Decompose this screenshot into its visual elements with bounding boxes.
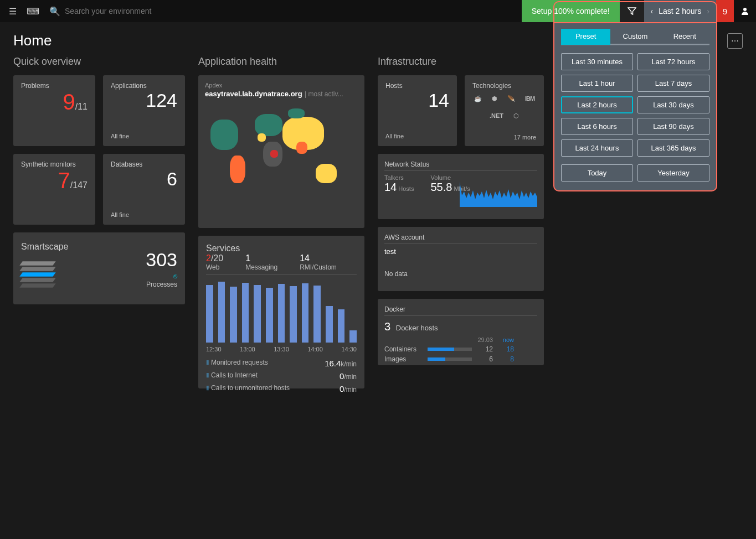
tech-more[interactable]: 17 more — [514, 134, 536, 141]
filter-button[interactable] — [620, 0, 644, 22]
topbar: ☰ ⌨ 🔍 Setup 100% complete! ‹ Last 2 hour… — [0, 0, 756, 22]
metric-calls-to-internet: ⫴Calls to Internet0/min — [206, 370, 357, 382]
tab-custom[interactable]: Custom — [610, 29, 660, 45]
user-menu[interactable] — [734, 0, 756, 22]
tab-recent[interactable]: Recent — [660, 29, 709, 45]
preset-last-2-hours[interactable]: Last 2 hours — [561, 96, 633, 113]
chart-bar — [349, 330, 357, 343]
tech-icons: ☕ ⬢ 🪶 IBM .NET ⬡ — [472, 95, 536, 120]
tile-apdex[interactable]: Apdex easytravel.lab.dynatrace.org | mos… — [198, 75, 364, 228]
tile-technologies[interactable]: Technologies ☕ ⬢ 🪶 IBM .NET ⬡ 17 more — [465, 75, 544, 146]
more-actions-button[interactable]: ⋯ — [727, 33, 743, 49]
svc-stat-messaging: 1Messaging — [245, 253, 277, 271]
services-xaxis: 12:3013:0013:3014:0014:30 — [206, 346, 357, 353]
ibm-icon: IBM — [525, 95, 534, 102]
docker-row-images: Images68 — [384, 355, 537, 363]
preset-grid: Last 30 minutesLast 72 hoursLast 1 hourL… — [561, 53, 709, 157]
preset-last-7-days[interactable]: Last 7 days — [637, 75, 709, 92]
chart-bar — [242, 283, 249, 343]
search-box[interactable]: 🔍 — [49, 6, 187, 17]
volume-value: 55.8 — [430, 181, 452, 193]
hosts-label: Hosts — [385, 82, 449, 90]
talkers-value: 14 — [384, 181, 397, 193]
timeframe-selector[interactable]: ‹ Last 2 hours › — [644, 0, 716, 22]
metric-monitored-requests: ⫴Monitored requests16.4k/min — [206, 357, 357, 370]
docker-rows: Containers1218Images68 — [384, 345, 537, 363]
chart-bar — [338, 309, 345, 343]
preset-last-90-days[interactable]: Last 90 days — [637, 118, 709, 135]
aws-nodata: No data — [384, 270, 537, 278]
apphealth-section-title: Application health — [198, 56, 364, 68]
applications-value: 124 — [111, 90, 177, 111]
nodejs-icon: ⬢ — [492, 95, 497, 102]
network-sparkline — [460, 176, 537, 207]
chevron-left-icon[interactable]: ‹ — [651, 7, 654, 15]
hosts-status: All fine — [385, 133, 404, 139]
docker-col-date: 29.03 — [476, 336, 493, 343]
preset-last-30-minutes[interactable]: Last 30 minutes — [561, 53, 633, 70]
tile-synthetic[interactable]: Synthetic monitors 7/147 — [13, 154, 95, 225]
synthetic-denom: /147 — [70, 180, 88, 190]
smartscape-link-icon[interactable]: ⎋ — [173, 272, 177, 280]
xaxis-tick: 13:30 — [274, 346, 289, 353]
tile-hosts[interactable]: Hosts 14 All fine — [378, 75, 457, 146]
search-input[interactable] — [65, 7, 187, 15]
tile-databases[interactable]: Databases 6 All fine — [103, 154, 185, 225]
synthetic-value: 7 — [58, 168, 70, 193]
problems-denom: /11 — [75, 102, 88, 111]
tile-aws[interactable]: AWS account test No data — [378, 227, 544, 291]
chevron-right-icon[interactable]: › — [707, 7, 709, 15]
page-title: Home — [13, 32, 52, 49]
tile-smartscape[interactable]: Smartscape 303 ⎋ Processes — [13, 232, 185, 304]
preset-yesterday[interactable]: Yesterday — [637, 164, 709, 182]
menu-icon[interactable]: ☰ — [9, 6, 17, 17]
docker-col-now: now — [497, 336, 514, 343]
world-map — [205, 103, 358, 214]
preset-last-30-days[interactable]: Last 30 days — [637, 96, 709, 113]
dotnet-icon: .NET — [490, 112, 503, 120]
synthetic-label: Synthetic monitors — [21, 160, 88, 168]
services-metrics: ⫴Monitored requests16.4k/min⫴Calls to In… — [206, 357, 357, 395]
tile-services[interactable]: Services 2/20Web1Messaging14RMI/Custom 1… — [198, 236, 364, 388]
metric-calls-to-unmonitored-hosts: ⫴Calls to unmonitored hosts0/min — [206, 382, 357, 395]
apdex-meta: | most activ... — [305, 90, 343, 98]
hosts-value: 14 — [385, 90, 449, 111]
preset-last-1-hour[interactable]: Last 1 hour — [561, 75, 633, 92]
svc-stat-web: 2/20Web — [206, 253, 223, 271]
tab-preset[interactable]: Preset — [561, 29, 610, 45]
preset-last-24-hours[interactable]: Last 24 hours — [561, 139, 633, 157]
preset-last-72-hours[interactable]: Last 72 hours — [637, 53, 709, 70]
smartscape-label: Smartscape — [21, 242, 68, 252]
smartscape-value: 303 — [146, 249, 177, 271]
tile-docker[interactable]: Docker 3 Docker hosts 29.03 now Containe… — [378, 299, 544, 365]
docker-title: Docker — [384, 305, 537, 316]
tech-label: Technologies — [472, 82, 536, 90]
xaxis-tick: 14:00 — [307, 346, 323, 353]
preset-bottom: TodayYesterday — [561, 164, 709, 182]
tile-applications[interactable]: Applications 124 All fine — [103, 75, 185, 146]
filter-icon — [628, 7, 636, 15]
databases-value: 6 — [111, 168, 177, 190]
timeframe-popup: Preset Custom Recent Last 30 minutesLast… — [553, 22, 717, 191]
tile-problems[interactable]: Problems 9/11 — [13, 75, 95, 146]
databases-label: Databases — [111, 160, 177, 168]
chart-bar — [326, 306, 333, 343]
chart-bar — [230, 287, 237, 343]
preset-last-365-days[interactable]: Last 365 days — [637, 139, 709, 157]
chart-bar — [266, 288, 273, 343]
setup-complete-banner[interactable]: Setup 100% complete! — [522, 0, 620, 22]
search-icon[interactable]: 🔍 — [49, 6, 60, 17]
chart-bar — [206, 285, 213, 343]
preset-last-6-hours[interactable]: Last 6 hours — [561, 118, 633, 135]
chart-bar — [278, 284, 285, 343]
xaxis-tick: 13:00 — [240, 346, 255, 353]
apdex-domain: easytravel.lab.dynatrace.org — [205, 90, 302, 98]
talkers-label: Talkers — [384, 174, 414, 181]
databases-status: All fine — [111, 211, 129, 218]
keyboard-icon[interactable]: ⌨ — [27, 6, 39, 17]
java-icon: ☕ — [474, 95, 482, 102]
aws-name: test — [384, 247, 537, 256]
notification-badge[interactable]: 9 — [716, 0, 734, 22]
tile-network[interactable]: Network Status Talkers 14 Hosts Volume 5… — [378, 154, 544, 219]
preset-today[interactable]: Today — [561, 164, 633, 182]
